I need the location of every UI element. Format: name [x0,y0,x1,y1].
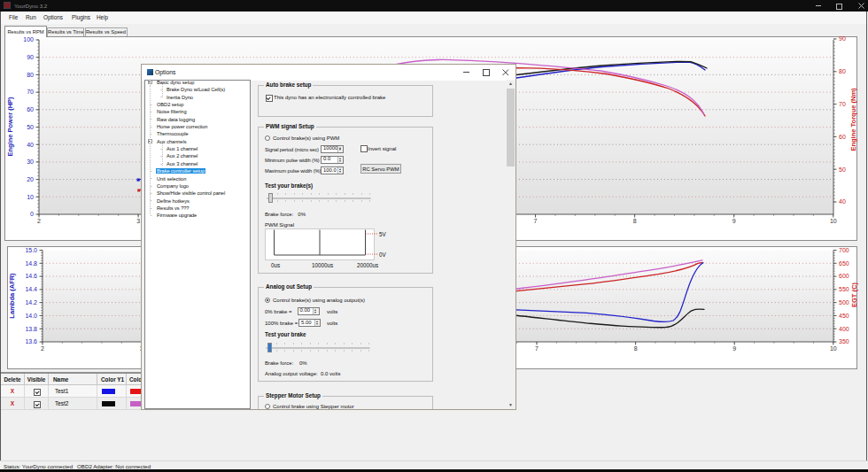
svg-text:550: 550 [839,286,849,292]
svg-text:Lambda (AFR): Lambda (AFR) [8,273,16,319]
svg-text:20000us: 20000us [357,262,378,268]
svg-text:3: 3 [136,218,140,224]
svg-text:90: 90 [839,35,846,42]
svg-text:Engine Power (HP): Engine Power (HP) [6,97,14,157]
svg-text:600: 600 [839,273,849,279]
svg-text:8: 8 [633,218,637,224]
svg-text:Engine Torque (Nm): Engine Torque (Nm) [849,88,857,151]
svg-text:100: 100 [23,36,34,43]
svg-text:9: 9 [732,345,736,352]
svg-text:80: 80 [839,68,846,74]
svg-text:10000us: 10000us [312,262,333,268]
svg-text:7: 7 [535,345,539,352]
svg-text:EGT (C): EGT (C) [850,282,858,307]
svg-text:2: 2 [37,218,41,224]
svg-text:14.0: 14.0 [25,313,37,319]
svg-text:10: 10 [830,345,837,352]
svg-text:80: 80 [27,72,34,78]
svg-text:5V: 5V [379,230,387,236]
svg-text:70: 70 [27,89,34,95]
svg-text:50: 50 [839,166,846,173]
svg-text:50: 50 [27,124,34,130]
svg-text:70: 70 [839,101,846,107]
svg-text:14.4: 14.4 [25,286,37,292]
svg-text:2: 2 [41,345,44,352]
svg-text:8: 8 [634,345,638,352]
svg-text:500: 500 [839,299,849,306]
svg-text:30: 30 [27,159,34,165]
svg-text:0V: 0V [379,251,387,257]
svg-text:15.0: 15.0 [25,247,37,253]
svg-text:40: 40 [27,142,34,148]
svg-text:14.8: 14.8 [25,260,37,267]
svg-text:400: 400 [839,326,849,332]
svg-text:7: 7 [534,218,538,224]
svg-text:60: 60 [27,106,34,112]
svg-text:700: 700 [839,247,849,253]
svg-text:60: 60 [839,134,846,140]
svg-text:450: 450 [839,313,849,319]
svg-text:0us: 0us [271,262,280,268]
svg-text:9: 9 [732,218,736,224]
svg-text:350: 350 [839,338,849,344]
svg-text:10: 10 [830,218,837,224]
svg-text:14.2: 14.2 [25,299,37,306]
svg-text:0: 0 [30,211,34,217]
svg-text:13.8: 13.8 [25,326,37,332]
svg-text:14.6: 14.6 [25,273,37,279]
svg-text:40: 40 [839,198,846,205]
svg-text:90: 90 [27,54,34,60]
svg-text:10: 10 [27,194,34,200]
svg-text:13.6: 13.6 [25,338,37,344]
svg-text:20: 20 [27,176,34,182]
svg-text:650: 650 [839,260,849,267]
